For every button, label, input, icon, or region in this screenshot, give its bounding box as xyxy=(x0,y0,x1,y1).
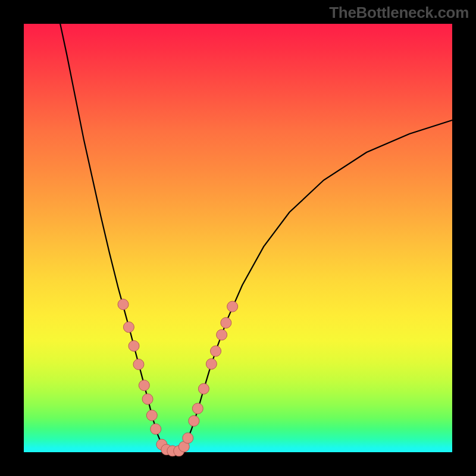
data-marker xyxy=(198,383,209,394)
data-marker xyxy=(139,380,149,391)
data-marker xyxy=(221,318,231,328)
data-marker xyxy=(192,403,203,414)
watermark-text: TheBottleneck.com xyxy=(329,4,469,22)
data-marker xyxy=(118,299,129,310)
data-marker xyxy=(189,415,199,426)
data-marker xyxy=(206,359,217,369)
data-marker xyxy=(123,322,134,333)
curve-right xyxy=(182,120,452,450)
data-marker xyxy=(183,433,193,443)
data-marker xyxy=(146,410,157,421)
marker-group xyxy=(118,299,238,456)
data-marker xyxy=(211,346,221,356)
plot-area xyxy=(24,24,452,452)
data-marker xyxy=(227,301,238,312)
data-marker xyxy=(217,330,227,340)
data-marker xyxy=(151,424,161,434)
data-marker xyxy=(133,359,144,369)
data-marker xyxy=(129,340,139,351)
chart-container: TheBottleneck.com xyxy=(0,0,476,476)
curve-group xyxy=(60,24,452,450)
data-marker xyxy=(142,394,153,405)
chart-svg xyxy=(24,24,452,452)
